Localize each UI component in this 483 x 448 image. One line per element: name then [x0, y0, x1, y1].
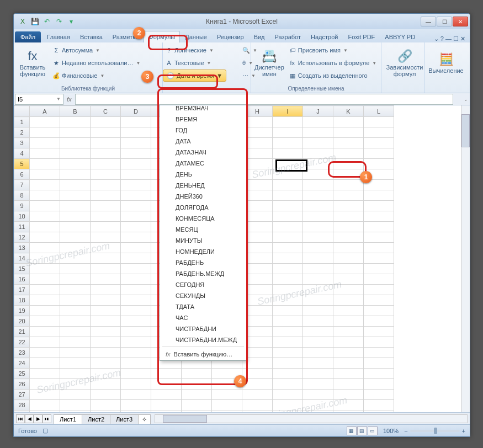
cell[interactable] — [333, 369, 364, 379]
cell[interactable] — [60, 190, 91, 201]
row-header[interactable]: 28 — [14, 400, 30, 410]
cell[interactable] — [273, 327, 303, 337]
cell[interactable] — [182, 390, 212, 400]
cell[interactable] — [333, 211, 364, 222]
cell[interactable] — [60, 117, 91, 127]
cell[interactable] — [273, 243, 303, 253]
dropdown-item[interactable]: ЧИСТРАБДНИ.МЕЖД — [160, 334, 246, 345]
dropdown-item[interactable]: ДОЛЯГОДА — [160, 202, 246, 213]
cell[interactable] — [30, 306, 60, 316]
cell[interactable] — [91, 316, 121, 327]
row-header[interactable]: 12 — [14, 232, 30, 243]
cell[interactable] — [121, 222, 151, 232]
cell[interactable] — [303, 232, 333, 243]
column-header[interactable]: J — [303, 106, 333, 117]
macro-record-icon[interactable]: ▢ — [43, 427, 48, 434]
dropdown-item[interactable]: НОМНЕДЕЛИ — [160, 246, 246, 257]
cell[interactable] — [364, 243, 394, 253]
cell[interactable] — [364, 327, 394, 337]
cell[interactable] — [60, 358, 91, 369]
cell[interactable] — [364, 264, 394, 274]
cell[interactable] — [364, 180, 394, 190]
cell[interactable] — [303, 180, 333, 190]
cell[interactable] — [242, 379, 273, 390]
formula-bar[interactable] — [75, 94, 453, 105]
cell[interactable] — [303, 348, 333, 358]
row-header[interactable]: 11 — [14, 222, 30, 232]
ribbon-help-controls[interactable]: ⌄ ? — ☐ ✕ — [434, 35, 469, 42]
cell[interactable] — [60, 295, 91, 306]
last-sheet-icon[interactable]: ⏭ — [43, 414, 51, 423]
dropdown-item[interactable]: ГОД — [160, 125, 246, 136]
row-header[interactable]: 5 — [14, 159, 30, 169]
cell[interactable] — [273, 169, 303, 180]
cell[interactable] — [121, 253, 151, 264]
dropdown-item[interactable]: КОНМЕСЯЦА — [160, 213, 246, 224]
cell[interactable] — [364, 148, 394, 159]
cell[interactable] — [333, 348, 364, 358]
cell[interactable] — [303, 358, 333, 369]
cell[interactable] — [121, 169, 151, 180]
cell[interactable] — [242, 369, 273, 379]
cell[interactable] — [364, 117, 394, 127]
tab-данные[interactable]: Данные — [180, 31, 212, 42]
cell[interactable] — [121, 148, 151, 159]
column-header[interactable]: L — [364, 106, 394, 117]
tab-разметка[interactable]: Разметка — [108, 31, 144, 42]
cell[interactable] — [273, 211, 303, 222]
cell[interactable] — [30, 159, 60, 169]
dropdown-item[interactable]: ДАТАЗНАЧ — [160, 147, 246, 158]
cell[interactable] — [333, 390, 364, 400]
cell[interactable] — [333, 117, 364, 127]
row-header[interactable]: 16 — [14, 274, 30, 285]
dropdown-item[interactable]: ТДАТА — [160, 301, 246, 312]
cell[interactable] — [303, 201, 333, 211]
cell[interactable] — [60, 201, 91, 211]
row-header[interactable]: 24 — [14, 358, 30, 369]
dropdown-insert-function[interactable]: fxВставить функцию… — [160, 348, 246, 360]
row-header[interactable]: 10 — [14, 211, 30, 222]
cell[interactable] — [91, 264, 121, 274]
insert-function-button[interactable]: fx Вставить функцию — [17, 44, 48, 83]
row-header[interactable]: 15 — [14, 264, 30, 274]
cell[interactable] — [91, 211, 121, 222]
calculation-button[interactable]: 🧮 Вычисление — [428, 44, 464, 83]
cell[interactable] — [91, 285, 121, 295]
undo-button[interactable]: ↶ — [41, 16, 52, 27]
cell[interactable] — [91, 159, 121, 169]
cell[interactable] — [30, 138, 60, 148]
fx-icon[interactable]: fx — [63, 96, 75, 103]
cell[interactable] — [91, 222, 121, 232]
logical-button[interactable]: ?Логические▼ — [163, 44, 237, 56]
cell[interactable] — [30, 117, 60, 127]
row-header[interactable]: 20 — [14, 316, 30, 327]
cell[interactable] — [30, 348, 60, 358]
cell[interactable] — [30, 295, 60, 306]
date-time-button[interactable]: 🕒 Дата и время ▼ — [163, 70, 226, 82]
tab-вставка[interactable]: Вставка — [75, 31, 108, 42]
cell[interactable] — [91, 232, 121, 243]
cell[interactable] — [364, 295, 394, 306]
dropdown-item[interactable]: ДНЕЙ360 — [160, 191, 246, 202]
cell[interactable] — [242, 410, 273, 413]
cell[interactable] — [60, 348, 91, 358]
cell[interactable] — [333, 190, 364, 201]
cell[interactable] — [91, 201, 121, 211]
cell[interactable] — [303, 295, 333, 306]
row-header[interactable]: 14 — [14, 253, 30, 264]
row-header[interactable]: 2 — [14, 127, 30, 138]
cell[interactable] — [121, 348, 151, 358]
cell[interactable] — [364, 337, 394, 348]
cell[interactable] — [151, 379, 182, 390]
cell[interactable] — [212, 390, 242, 400]
cell[interactable] — [60, 285, 91, 295]
cell[interactable] — [91, 358, 121, 369]
cell[interactable] — [303, 285, 333, 295]
cell[interactable] — [60, 138, 91, 148]
first-sheet-icon[interactable]: ⏮ — [16, 414, 25, 423]
cell[interactable] — [60, 410, 91, 413]
cell[interactable] — [30, 243, 60, 253]
cell[interactable] — [91, 337, 121, 348]
cell[interactable] — [333, 201, 364, 211]
cell[interactable] — [333, 180, 364, 190]
